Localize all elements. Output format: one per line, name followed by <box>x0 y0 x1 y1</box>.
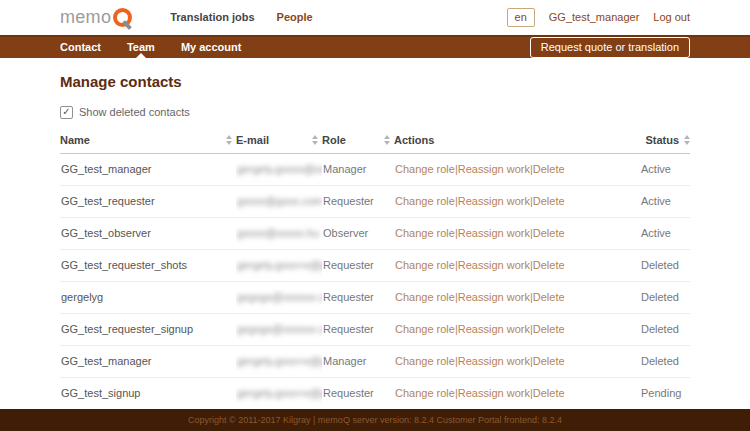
action-delete[interactable]: Delete <box>533 195 565 207</box>
contact-name: GG_test_requester_shots <box>60 249 236 281</box>
action-delete[interactable]: Delete <box>533 291 565 303</box>
blurred-email: gxgxgx@xxxxxx.com <box>237 323 322 335</box>
main-content: Manage contacts ✓ Show deleted contacts … <box>60 58 690 409</box>
contact-name: gergelyg <box>60 281 236 313</box>
table-row: GG_test_signupgergely.gxxx+x@gxxx.comReq… <box>60 377 690 409</box>
contact-name: GG_test_requester_signup <box>60 313 236 345</box>
contact-email: gergely.gxxx+x@gxxx.com <box>236 377 322 409</box>
contacts-table-body: GG_test_managergergely.gxxxx@xxxxx.comMa… <box>60 153 690 409</box>
column-header-status[interactable]: Status <box>640 130 690 154</box>
contact-name: GG_test_signup <box>60 377 236 409</box>
action-change-role[interactable]: Change role <box>395 163 455 175</box>
action-delete[interactable]: Delete <box>533 323 565 335</box>
table-row: GG_test_requester_shotsgergely.gxxx+x@gx… <box>60 249 690 281</box>
memoq-q-tail <box>122 20 132 30</box>
column-header-role[interactable]: Role <box>322 130 394 154</box>
table-row: gergelyggxgxgx@xxxxxx.comRequesterChange… <box>60 281 690 313</box>
contact-status: Deleted <box>640 345 690 377</box>
contact-actions: Change role|Reassign work|Delete <box>394 153 640 185</box>
action-change-role[interactable]: Change role <box>395 387 455 399</box>
action-change-role[interactable]: Change role <box>395 195 455 207</box>
contact-status: Deleted <box>640 281 690 313</box>
action-change-role[interactable]: Change role <box>395 259 455 271</box>
footer: Copyright © 2011-2017 Kilgray | memoQ se… <box>0 409 750 431</box>
contact-role: Requester <box>322 281 394 313</box>
table-header-row: NameE-mailRoleActionsStatus <box>60 130 690 154</box>
column-label: Actions <box>394 134 434 146</box>
tab-contact[interactable]: Contact <box>60 37 101 58</box>
action-change-role[interactable]: Change role <box>395 323 455 335</box>
blurred-email: gxgxgx@xxxxxx.com <box>237 291 322 303</box>
column-header-actions: Actions <box>394 130 640 154</box>
table-row: GG_test_managergergely.gxxxx@xxxxx.comMa… <box>60 153 690 185</box>
tab-team[interactable]: Team <box>127 37 155 58</box>
contact-name: GG_test_manager <box>60 345 236 377</box>
action-reassign-work[interactable]: Reassign work <box>458 195 530 207</box>
subnav: Contact Team My account Request quote or… <box>0 35 750 58</box>
column-header-e-mail[interactable]: E-mail <box>236 130 322 154</box>
show-deleted-toggle[interactable]: ✓ Show deleted contacts <box>60 106 190 119</box>
contact-role: Manager <box>322 345 394 377</box>
action-reassign-work[interactable]: Reassign work <box>458 291 530 303</box>
nav-translation-jobs[interactable]: Translation jobs <box>170 11 254 23</box>
memoq-logo[interactable]: memo <box>60 8 132 27</box>
action-reassign-work[interactable]: Reassign work <box>458 227 530 239</box>
blurred-email: gergely.gxxxx@xxxxx.com <box>237 163 322 175</box>
memoq-logo-text: memo <box>60 8 111 26</box>
contact-actions: Change role|Reassign work|Delete <box>394 313 640 345</box>
action-delete[interactable]: Delete <box>533 163 565 175</box>
action-delete[interactable]: Delete <box>533 259 565 271</box>
request-quote-button[interactable]: Request quote or translation <box>530 37 690 58</box>
contact-role: Requester <box>322 185 394 217</box>
logout-link[interactable]: Log out <box>653 11 690 23</box>
contact-role: Observer <box>322 217 394 249</box>
sort-icon <box>312 135 318 145</box>
action-change-role[interactable]: Change role <box>395 291 455 303</box>
contact-role: Requester <box>322 313 394 345</box>
column-label: Role <box>322 134 346 146</box>
contact-role: Manager <box>322 153 394 185</box>
contact-email: gergely.gxxx+x@gxxx.com <box>236 249 322 281</box>
page: memo Translation jobs People en GG_test_… <box>0 0 750 431</box>
contact-role: Requester <box>322 377 394 409</box>
contact-email: gergely.gxxxx@xxxxx.com <box>236 153 322 185</box>
username-link[interactable]: GG_test_manager <box>549 11 640 23</box>
blurred-email: gxxxx@xxxxx.hu <box>237 227 319 239</box>
action-delete[interactable]: Delete <box>533 387 565 399</box>
action-change-role[interactable]: Change role <box>395 355 455 367</box>
contact-status: Active <box>640 217 690 249</box>
subnav-tabs: Contact Team My account <box>60 37 267 58</box>
active-tab-indicator <box>136 53 146 58</box>
top-header: memo Translation jobs People en GG_test_… <box>0 0 750 35</box>
contact-name: GG_test_observer <box>60 217 236 249</box>
page-title: Manage contacts <box>60 73 690 90</box>
contact-name: GG_test_requester <box>60 185 236 217</box>
contact-role: Requester <box>322 249 394 281</box>
action-delete[interactable]: Delete <box>533 355 565 367</box>
contact-status: Active <box>640 185 690 217</box>
footer-text: Copyright © 2011-2017 Kilgray | memoQ se… <box>188 415 562 425</box>
action-reassign-work[interactable]: Reassign work <box>458 387 530 399</box>
checkmark-icon: ✓ <box>62 107 70 117</box>
tab-team-label: Team <box>127 41 155 53</box>
sort-icon <box>226 135 232 145</box>
tab-my-account[interactable]: My account <box>181 37 242 58</box>
nav-people[interactable]: People <box>277 11 313 23</box>
contact-actions: Change role|Reassign work|Delete <box>394 345 640 377</box>
column-header-name[interactable]: Name <box>60 130 236 154</box>
action-reassign-work[interactable]: Reassign work <box>458 355 530 367</box>
action-change-role[interactable]: Change role <box>395 227 455 239</box>
blurred-email: gergely.gxxx+x@gxxx.com <box>237 355 322 367</box>
action-reassign-work[interactable]: Reassign work <box>458 259 530 271</box>
language-button[interactable]: en <box>507 8 535 27</box>
contact-email: gxxxx@xxxxx.hu <box>236 217 322 249</box>
column-label: E-mail <box>236 134 269 146</box>
sort-icon <box>684 135 690 145</box>
action-reassign-work[interactable]: Reassign work <box>458 163 530 175</box>
contact-actions: Change role|Reassign work|Delete <box>394 217 640 249</box>
table-row: GG_test_managergergely.gxxx+x@gxxx.comMa… <box>60 345 690 377</box>
column-label: Name <box>60 134 90 146</box>
action-reassign-work[interactable]: Reassign work <box>458 323 530 335</box>
show-deleted-checkbox[interactable]: ✓ <box>60 106 73 119</box>
action-delete[interactable]: Delete <box>533 227 565 239</box>
